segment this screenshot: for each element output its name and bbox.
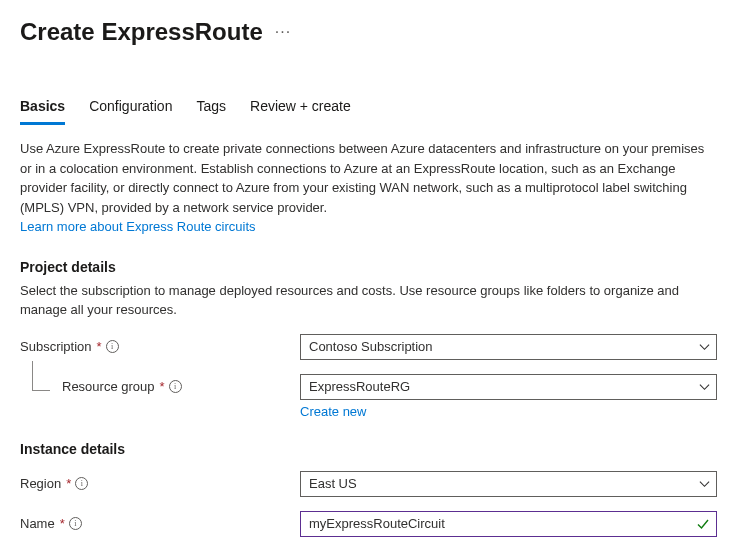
info-icon[interactable]: i (106, 340, 119, 353)
region-select[interactable]: East US (300, 471, 717, 497)
name-label: Name* i (20, 516, 300, 531)
page-title: Create ExpressRoute (20, 18, 263, 46)
tab-configuration[interactable]: Configuration (89, 92, 172, 125)
description-text: Use Azure ExpressRoute to create private… (20, 141, 704, 215)
section-instance-details-title: Instance details (20, 441, 717, 457)
tab-basics[interactable]: Basics (20, 92, 65, 125)
region-label: Region* i (20, 476, 300, 491)
create-new-resource-group-link[interactable]: Create new (300, 404, 366, 419)
section-project-details-title: Project details (20, 259, 717, 275)
tab-review-create[interactable]: Review + create (250, 92, 351, 125)
resource-group-label: Resource group* i (20, 379, 300, 394)
name-input[interactable]: myExpressRouteCircuit (300, 511, 717, 537)
tab-tags[interactable]: Tags (196, 92, 226, 125)
info-icon[interactable]: i (169, 380, 182, 393)
learn-more-link[interactable]: Learn more about Express Route circuits (20, 219, 256, 234)
tab-bar: Basics Configuration Tags Review + creat… (20, 92, 717, 125)
subscription-select[interactable]: Contoso Subscription (300, 334, 717, 360)
info-icon[interactable]: i (69, 517, 82, 530)
info-icon[interactable]: i (75, 477, 88, 490)
section-project-details-desc: Select the subscription to manage deploy… (20, 281, 717, 320)
resource-group-select[interactable]: ExpressRouteRG (300, 374, 717, 400)
more-actions-button[interactable]: ··· (275, 23, 291, 41)
subscription-label: Subscription* i (20, 339, 300, 354)
